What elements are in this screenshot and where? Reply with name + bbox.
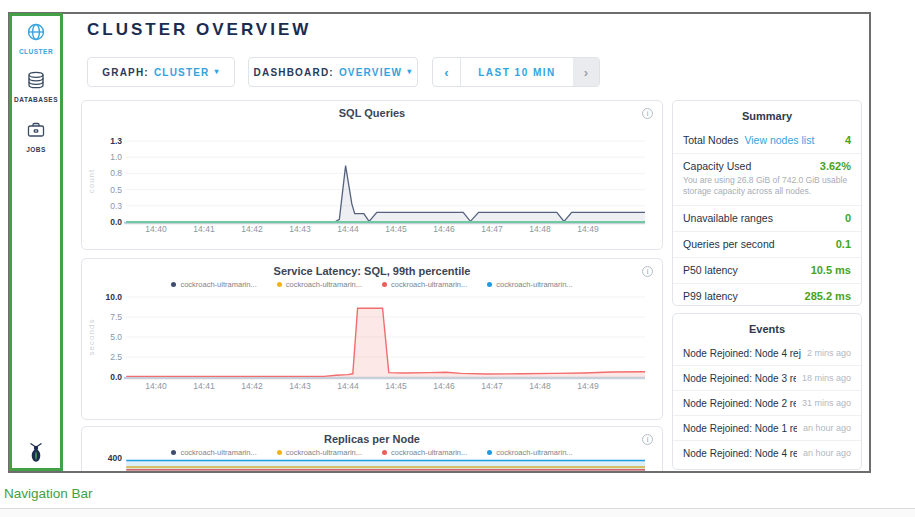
- event-text: Node Rejoined: Node 4 rej...: [683, 348, 801, 359]
- dashboard-dropdown-value: OVERVIEW: [339, 67, 402, 78]
- event-time: 31 mins ago: [802, 398, 851, 408]
- svg-text:count: count: [87, 169, 96, 194]
- svg-text:14:49: 14:49: [577, 381, 599, 391]
- dashboard-dropdown[interactable]: DASHBOARD: OVERVIEW ▾: [248, 57, 418, 87]
- admin-ui-window: CLUSTER DATABASES: [8, 12, 871, 473]
- page-bottom-strip: [0, 509, 915, 517]
- page-title: CLUSTER OVERVIEW: [87, 20, 311, 40]
- database-icon: [26, 76, 46, 93]
- summary-row-value: 4: [845, 134, 851, 146]
- event-text: Node Rejoined: Node 1 rej...: [683, 423, 797, 434]
- sidebar-item-label: JOBS: [10, 146, 62, 153]
- summary-row-p50-latency: P50 latency 10.5 ms: [673, 258, 861, 284]
- annotation-label: Navigation Bar: [4, 486, 93, 501]
- navigation-bar: CLUSTER DATABASES: [10, 14, 63, 471]
- summary-row-label: Queries per second: [683, 238, 775, 250]
- svg-text:14:41: 14:41: [193, 381, 215, 391]
- svg-text:0.5: 0.5: [110, 185, 122, 195]
- event-row[interactable]: Node Rejoined: Node 3 rej... 18 mins ago: [673, 366, 861, 391]
- svg-text:14:41: 14:41: [193, 224, 215, 234]
- svg-text:1.0: 1.0: [110, 152, 122, 162]
- briefcase-icon: [26, 126, 46, 143]
- svg-text:14:46: 14:46: [433, 224, 455, 234]
- svg-text:seconds: seconds: [87, 319, 96, 356]
- summary-row-label: P99 latency: [683, 290, 738, 302]
- svg-text:14:40: 14:40: [145, 381, 167, 391]
- summary-panel: Summary Total Nodes View nodes list 4 Ca…: [672, 100, 862, 306]
- event-text: Node Rejoined: Node 2 rej...: [683, 398, 796, 409]
- time-range-label[interactable]: LAST 10 MIN: [461, 58, 573, 86]
- time-prev-button[interactable]: ‹: [433, 58, 461, 86]
- svg-text:14:46: 14:46: [433, 381, 455, 391]
- summary-title: Summary: [673, 101, 861, 128]
- summary-row-value: 3.62%: [820, 160, 851, 172]
- service-latency-chart: 0.02.55.07.510.014:4014:4114:4214:4314:4…: [82, 259, 664, 421]
- sql-queries-chart: 0.00.30.50.81.01.314:4014:4114:4214:4314…: [82, 101, 664, 251]
- summary-row-label: Unavailable ranges: [683, 212, 773, 224]
- summary-row-queries-per-second: Queries per second 0.1: [673, 232, 861, 258]
- svg-text:400: 400: [108, 453, 122, 463]
- svg-text:0.0: 0.0: [110, 217, 122, 227]
- event-row[interactable]: Node Rejoined: Node 2 rej... 31 mins ago: [673, 391, 861, 416]
- svg-text:14:42: 14:42: [241, 224, 263, 234]
- graph-dropdown[interactable]: GRAPH: CLUSTER ▾: [87, 57, 235, 87]
- time-next-button[interactable]: ›: [573, 58, 599, 86]
- event-row[interactable]: Node Rejoined: Node 1 rej... an hour ago: [673, 416, 861, 441]
- sidebar-item-jobs[interactable]: JOBS: [10, 120, 62, 153]
- sidebar-item-cluster[interactable]: CLUSTER: [10, 22, 62, 55]
- graph-dropdown-label: GRAPH:: [102, 67, 149, 78]
- sidebar-item-label: DATABASES: [10, 96, 62, 103]
- svg-text:10.0: 10.0: [105, 292, 122, 302]
- svg-text:14:43: 14:43: [289, 224, 311, 234]
- summary-row-unavailable-ranges: Unavailable ranges 0: [673, 206, 861, 232]
- svg-text:0.8: 0.8: [110, 168, 122, 178]
- svg-text:14:42: 14:42: [241, 381, 263, 391]
- svg-text:14:48: 14:48: [529, 381, 551, 391]
- summary-row-total-nodes: Total Nodes View nodes list 4: [673, 128, 861, 154]
- event-row[interactable]: Node Rejoined: Node 4 rej... an hour ago: [673, 441, 861, 465]
- svg-text:14:45: 14:45: [385, 224, 407, 234]
- svg-text:14:47: 14:47: [481, 224, 503, 234]
- event-time: an hour ago: [803, 448, 851, 458]
- event-text: Node Rejoined: Node 3 rej...: [683, 373, 796, 384]
- events-title: Events: [673, 314, 861, 341]
- summary-row-capacity-used: Capacity Used 3.62% You are using 26.8 G…: [673, 154, 861, 206]
- summary-row-p99-latency: P99 latency 285.2 ms: [673, 284, 861, 309]
- capacity-used-description: You are using 26.8 GiB of 742.0 GiB usab…: [683, 175, 851, 198]
- summary-row-label: Total Nodes: [683, 134, 738, 146]
- time-range-selector: ‹ LAST 10 MIN ›: [432, 57, 600, 87]
- globe-icon: [26, 28, 46, 45]
- event-time: an hour ago: [803, 423, 851, 433]
- cockroachdb-logo-icon[interactable]: [10, 441, 62, 469]
- svg-text:14:47: 14:47: [481, 381, 503, 391]
- svg-text:1.3: 1.3: [110, 136, 122, 146]
- replicas-per-node-chart-card: Replicas per Node cockroach-ultramarin..…: [81, 426, 663, 473]
- svg-text:14:49: 14:49: [577, 224, 599, 234]
- view-nodes-list-link[interactable]: View nodes list: [744, 134, 814, 146]
- svg-text:0.0: 0.0: [110, 372, 122, 382]
- svg-text:14:44: 14:44: [337, 381, 359, 391]
- dashboard-dropdown-label: DASHBOARD:: [254, 67, 334, 78]
- sidebar-item-databases[interactable]: DATABASES: [10, 70, 62, 103]
- svg-text:7.5: 7.5: [110, 312, 122, 322]
- replicas-per-node-chart: 400: [82, 427, 664, 473]
- summary-row-value: 285.2 ms: [805, 290, 851, 302]
- chevron-down-icon: ▾: [407, 68, 412, 76]
- svg-text:2.5: 2.5: [110, 352, 122, 362]
- chevron-down-icon: ▾: [215, 68, 220, 76]
- svg-text:14:40: 14:40: [145, 224, 167, 234]
- summary-row-value: 0.1: [836, 238, 851, 250]
- svg-text:5.0: 5.0: [110, 332, 122, 342]
- event-text: Node Rejoined: Node 4 rej...: [683, 448, 797, 459]
- svg-text:14:43: 14:43: [289, 381, 311, 391]
- events-panel: Events Node Rejoined: Node 4 rej... 2 mi…: [672, 313, 862, 470]
- summary-row-label: P50 latency: [683, 264, 738, 276]
- sql-queries-chart-card: SQL Queries 0.00.30.50.81.01.314:4014:41…: [81, 100, 663, 250]
- service-latency-chart-card: Service Latency: SQL, 99th percentile co…: [81, 258, 663, 420]
- event-time: 18 mins ago: [802, 373, 851, 383]
- summary-row-value: 10.5 ms: [811, 264, 851, 276]
- svg-text:14:45: 14:45: [385, 381, 407, 391]
- sidebar-item-label: CLUSTER: [10, 48, 62, 55]
- svg-text:14:48: 14:48: [529, 224, 551, 234]
- event-row[interactable]: Node Rejoined: Node 4 rej... 2 mins ago: [673, 341, 861, 366]
